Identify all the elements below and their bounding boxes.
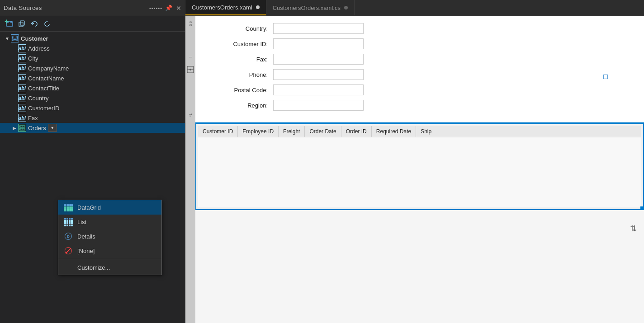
ruler-tick [189, 57, 192, 57]
datagrid-container: Customer ID Employee ID Freight Order Da… [195, 123, 644, 210]
datagrid-body[interactable] [198, 137, 641, 207]
tab-xaml-label: CustomersOrders.xaml [192, 4, 252, 11]
fax-label: Fax [28, 115, 38, 122]
svg-point-15 [189, 69, 191, 70]
toolbar: + [0, 16, 185, 32]
dropdown-none[interactable]: [None] [58, 243, 161, 258]
expand-arrow-orders[interactable]: ▶ [11, 124, 18, 131]
col-ship: Ship [416, 126, 436, 137]
postalcode-label-field: Postal Code: [209, 87, 268, 94]
city-label: City [28, 55, 38, 62]
datagrid-header: Customer ID Employee ID Freight Order Da… [198, 126, 641, 137]
copy-button[interactable] [16, 19, 27, 29]
region-label-field: Region: [209, 102, 268, 109]
col-order-id: Order ID [341, 126, 372, 137]
none-menu-icon [64, 246, 73, 255]
details-menu-icon: D [64, 232, 73, 241]
panel-title: Data Sources [4, 5, 42, 11]
panel-header: Data Sources •••••• 📌 ✕ [0, 0, 185, 16]
tree-item-orders[interactable]: ▶ Orders ▼ [0, 123, 185, 133]
datagrid-menu-icon [64, 203, 73, 212]
svg-rect-3 [19, 22, 23, 27]
list-menu-icon [64, 217, 73, 226]
dropdown-datagrid[interactable]: DataGrid [58, 200, 161, 215]
country-input[interactable] [273, 23, 364, 34]
col-freight: Freight [279, 126, 305, 137]
postalcode-input[interactable] [273, 84, 364, 95]
tree-item-country[interactable]: abl Country [0, 93, 185, 103]
editor-area: 36 *1 Country: [185, 16, 644, 323]
tree-item-fax[interactable]: abl Fax [0, 113, 185, 123]
tree-item-contactname[interactable]: abl ContactName [0, 73, 185, 83]
expand-arrow-customer[interactable]: ▼ [4, 35, 11, 42]
svg-rect-2 [10, 21, 12, 23]
undo-button[interactable] [29, 19, 40, 29]
tab-xaml-dot [256, 5, 260, 9]
customer-label: Customer [21, 35, 48, 42]
country-label-field: Country: [209, 25, 268, 32]
no-expand-fax [11, 114, 18, 122]
country-label: Country [28, 95, 49, 102]
form-row-phone: Phone: [209, 69, 630, 80]
phone-input[interactable] [273, 69, 364, 80]
tree-item-customerid[interactable]: abl CustomerID [0, 103, 185, 113]
customerid-input[interactable] [273, 38, 364, 49]
form-row-customerid: Customer ID: [209, 38, 630, 49]
tab-cs-label: CustomersOrders.xaml.cs [273, 5, 341, 11]
list-label: List [77, 219, 86, 225]
tree-item-city[interactable]: abl City [0, 53, 185, 63]
ruler-connector-icon [186, 66, 194, 74]
no-expand-contactname [11, 75, 18, 82]
corner-handle-br[interactable] [640, 206, 644, 210]
refresh-button[interactable] [42, 19, 52, 29]
contactname-icon: abl [18, 74, 26, 82]
details-label: Details [77, 233, 95, 240]
tab-bar: CustomersOrders.xaml CustomersOrders.xam… [185, 0, 644, 16]
tree-item-customer[interactable]: ▼ Customer [0, 33, 185, 43]
form-row-region: Region: [209, 100, 630, 111]
close-icon[interactable]: ✕ [176, 5, 181, 12]
contacttitle-label: ContactTitle [28, 85, 59, 92]
phone-label-field: Phone: [209, 71, 268, 78]
circle-dot [603, 75, 608, 79]
tree-item-address[interactable]: abl Address [0, 43, 185, 53]
vertical-ruler: 36 *1 [185, 16, 195, 323]
tab-customersorders-xaml[interactable]: CustomersOrders.xaml [185, 0, 266, 15]
tab-customersorders-xaml-cs[interactable]: CustomersOrders.xaml.cs [266, 0, 355, 15]
datagrid-label: DataGrid [77, 204, 101, 211]
col-order-date: Order Date [305, 126, 341, 137]
city-icon: abl [18, 54, 26, 62]
dropdown-customize[interactable]: Customize... [58, 260, 161, 275]
address-label: Address [28, 45, 50, 52]
fax-input[interactable] [273, 54, 364, 65]
add-button[interactable]: + [4, 19, 14, 29]
ruler-label-36: 36 [189, 20, 193, 26]
data-sources-panel: Data Sources •••••• 📌 ✕ + [0, 0, 185, 323]
region-input[interactable] [273, 100, 364, 111]
dotted-menu-icon[interactable]: •••••• [149, 5, 162, 11]
bottom-area: ⇅ [195, 210, 644, 237]
dropdown-details[interactable]: D Details [58, 229, 161, 243]
no-expand-address [11, 45, 18, 52]
scroll-indicator: ⇅ [630, 224, 637, 234]
panel-header-icons: •••••• 📌 ✕ [149, 5, 181, 12]
country-icon: abl [18, 94, 26, 102]
contactname-label: ContactName [28, 75, 64, 82]
circle-marker [603, 75, 608, 79]
form-row-postalcode: Postal Code: [209, 84, 630, 95]
svg-point-5 [12, 36, 18, 38]
customize-label: Customize... [77, 264, 110, 271]
editor-panel: CustomersOrders.xaml CustomersOrders.xam… [185, 0, 644, 323]
no-expand-city [11, 55, 18, 62]
no-expand-customerid [11, 104, 18, 112]
tree-item-companyname[interactable]: abl CompanyName [0, 63, 185, 73]
companyname-icon: abl [18, 64, 26, 72]
pin-icon[interactable]: 📌 [165, 5, 172, 11]
svg-rect-4 [20, 21, 24, 25]
tree-item-contacttitle[interactable]: abl ContactTitle [0, 83, 185, 93]
fax-label-field: Fax: [209, 56, 268, 63]
orders-dropdown-button[interactable]: ▼ [48, 124, 57, 132]
customer-db-icon [11, 34, 19, 42]
dropdown-list[interactable]: List [58, 215, 161, 229]
form-row-fax: Fax: [209, 54, 630, 65]
